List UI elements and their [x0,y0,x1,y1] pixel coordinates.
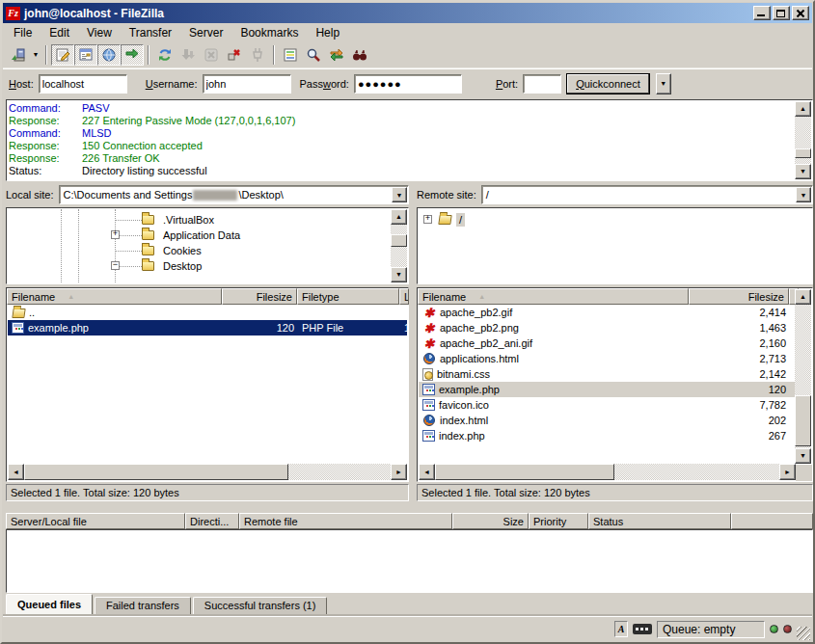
scroll-up-icon[interactable]: ▲ [795,289,811,305]
maximize-button[interactable] [773,6,790,20]
close-button[interactable] [792,6,809,20]
local-site-combobox[interactable]: C:\Documents and Settings\Desktop\ ▼ [59,185,409,204]
tree-item-application-data[interactable]: + Application Data [8,228,407,243]
log-scrollbar[interactable]: ▲ ▼ [795,101,811,179]
site-manager-dropdown[interactable]: ▼ [30,51,41,58]
ico-file-icon [422,399,435,411]
username-input[interactable] [203,74,291,94]
tree-item-cookies[interactable]: Cookies [8,243,407,258]
column-header-server-local-file[interactable]: Server/Local file [6,513,185,529]
file-row[interactable]: index.php 267 [419,428,795,443]
toggle-message-log-button[interactable] [51,44,74,66]
tab-queued-files[interactable]: Queued files [6,594,93,615]
quickconnect-button[interactable]: Quickconnect [566,73,650,94]
transfer-type-indicator[interactable]: A [614,621,628,637]
log-line: Command:MLSD [9,127,793,140]
remote-site-combobox[interactable]: / ▼ [481,185,813,204]
menu-server[interactable]: Server [180,24,231,41]
scroll-down-icon[interactable]: ▼ [391,267,407,282]
file-row[interactable]: applications.html 2,713 [419,351,795,366]
minimize-button[interactable] [753,6,771,20]
file-row[interactable]: ✱apache_pb2_ani.gif 2,160 [419,335,795,351]
folder-icon [142,215,154,225]
scroll-up-icon[interactable]: ▲ [391,209,407,225]
file-row[interactable]: bitnami.css 2,142 [419,366,795,382]
synchronized-browsing-button[interactable] [325,44,348,66]
tree-item-virtualbox[interactable]: .VirtualBox [8,212,407,228]
combo-dropdown-icon[interactable]: ▼ [392,187,407,202]
disconnect-button[interactable] [223,44,246,66]
cancel-icon [204,47,219,63]
file-row[interactable]: index.html 202 [419,413,795,428]
tree-item-root[interactable]: + / [419,212,811,228]
tree-item-desktop[interactable]: − Desktop [8,258,407,274]
scrollbar-thumb[interactable] [391,234,407,247]
file-row-example-php[interactable]: example.php 120 PHP File 1 [8,320,407,335]
scroll-left-icon[interactable]: ◄ [8,464,24,480]
queue-list[interactable] [6,529,813,593]
resize-grip[interactable] [797,627,810,640]
file-row-selected[interactable]: example.php 120 [419,382,795,397]
column-header-last-modified[interactable]: L [399,288,409,305]
file-row[interactable]: ✱apache_pb2.png 1,463 [419,320,795,335]
remote-list-hscrollbar[interactable]: ◄ ► [419,464,796,480]
quickconnect-dropdown[interactable]: ▼ [656,73,671,94]
expand-icon[interactable]: + [423,215,432,224]
local-tree-scrollbar[interactable]: ▲ ▼ [391,209,407,282]
menu-help[interactable]: Help [307,24,348,41]
tab-successful-transfers[interactable]: Successful transfers (1) [193,597,328,615]
filter-button[interactable] [302,44,325,66]
column-header-filesize[interactable]: Filesize [222,288,297,305]
column-header-filename[interactable]: Filename▲ [7,288,222,305]
menu-view[interactable]: View [78,24,121,41]
speed-limit-indicator-icon[interactable] [633,624,652,634]
cancel-button[interactable] [200,44,223,66]
directory-comparison-button[interactable] [279,44,302,66]
column-header-status[interactable]: Status [588,513,731,529]
remote-file-list: Filename▲ Filesize ✱apache_pb2.gif 2,414… [417,287,813,482]
menu-edit[interactable]: Edit [41,24,78,41]
site-manager-button[interactable] [7,44,30,66]
column-header-direction[interactable]: Directi... [185,513,239,529]
column-header-size[interactable]: Size [452,513,529,529]
toggle-remote-tree-button[interactable] [97,44,121,66]
toggle-local-tree-button[interactable] [74,44,97,66]
file-row-parent[interactable]: .. [8,305,407,320]
scrollbar-thumb[interactable] [795,395,811,447]
scrollbar-thumb[interactable] [24,464,288,480]
reconnect-button[interactable] [246,44,269,66]
menu-bookmarks[interactable]: Bookmarks [231,24,307,41]
scroll-down-icon[interactable]: ▼ [795,164,811,179]
scroll-left-icon[interactable]: ◄ [419,464,435,480]
port-input[interactable] [523,74,561,94]
activity-led-red [783,625,792,633]
file-row[interactable]: ✱apache_pb2.gif 2,414 [419,305,795,320]
file-row[interactable]: favicon.ico 7,782 [419,397,795,413]
toggle-transfer-queue-button[interactable] [121,44,144,66]
scroll-right-icon[interactable]: ► [779,464,796,480]
collapse-icon[interactable]: − [111,261,120,270]
column-header-filename[interactable]: Filename▲ [418,288,689,305]
column-header-remote-file[interactable]: Remote file [239,513,452,529]
process-queue-button[interactable] [177,44,200,66]
combo-dropdown-icon[interactable]: ▼ [796,187,811,202]
remote-list-vscrollbar[interactable]: ▲ ▼ [795,289,811,464]
menu-transfer[interactable]: Transfer [121,24,180,41]
scroll-right-icon[interactable]: ► [391,464,407,480]
menu-file[interactable]: File [5,24,41,41]
host-input[interactable] [39,74,127,94]
column-header-priority[interactable]: Priority [529,513,588,529]
scroll-down-icon[interactable]: ▼ [795,448,811,464]
column-header-filetype[interactable]: Filetype [297,288,399,305]
column-header-filesize[interactable]: Filesize [689,288,789,305]
refresh-button[interactable] [153,44,177,66]
scrollbar-thumb[interactable] [435,464,614,480]
tab-failed-transfers[interactable]: Failed transfers [95,597,191,615]
scrollbar-thumb[interactable] [795,148,811,158]
find-files-button[interactable] [348,44,371,66]
local-list-hscrollbar[interactable]: ◄ ► [8,464,407,480]
scroll-up-icon[interactable]: ▲ [795,101,811,117]
expand-icon[interactable]: + [111,230,120,239]
title-bar[interactable]: Fz john@localhost - FileZilla [3,3,812,23]
password-input[interactable] [354,74,462,94]
